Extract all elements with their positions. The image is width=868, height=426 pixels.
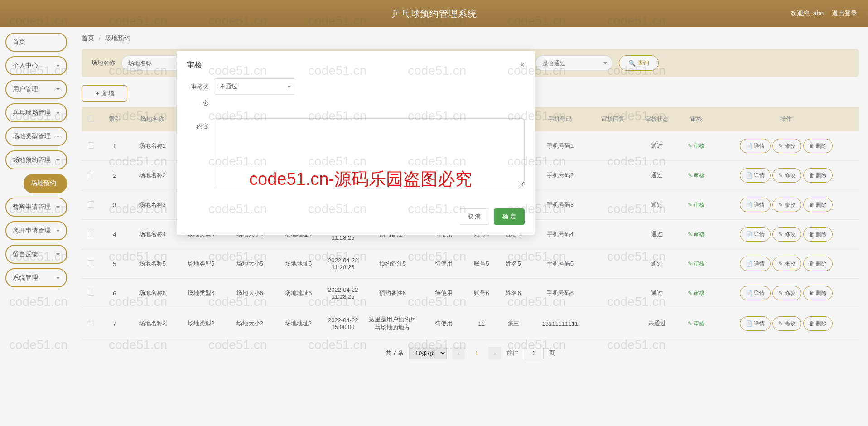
chevron-down-icon (287, 86, 291, 88)
dialog-title: 审核 (187, 60, 202, 70)
cancel-button[interactable]: 取 消 (459, 208, 490, 225)
status-select[interactable] (214, 78, 295, 95)
content-label: 内容 (187, 118, 214, 188)
status-label: 审核状态 (187, 78, 214, 111)
ok-button[interactable]: 确 定 (494, 208, 525, 225)
content-textarea[interactable] (214, 118, 525, 186)
close-icon[interactable]: × (520, 60, 525, 70)
audit-dialog: 审核 × 审核状态 内容 取 消 确 定 (177, 51, 535, 235)
